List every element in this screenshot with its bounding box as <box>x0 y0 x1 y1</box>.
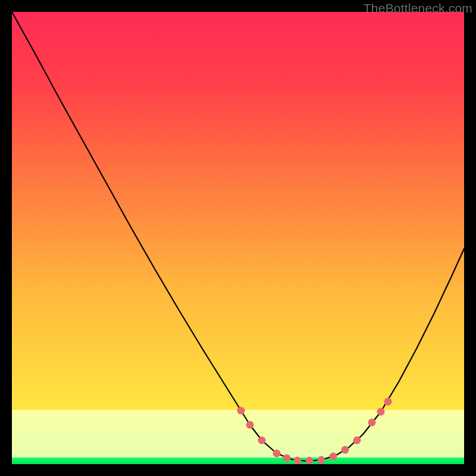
curve-marker <box>283 455 291 462</box>
curve-marker <box>368 419 376 427</box>
curve-marker <box>237 407 245 415</box>
curve-marker <box>342 446 349 454</box>
curve-marker <box>377 408 385 416</box>
curve-marker <box>294 457 302 465</box>
curve-marker <box>318 456 325 464</box>
watermark-text: TheBottleneck.com <box>364 1 472 15</box>
curve-marker <box>246 421 254 429</box>
curve-marker <box>273 450 281 458</box>
curve-marker <box>258 437 266 444</box>
curve-markers <box>237 398 392 465</box>
curve-layer <box>12 12 464 464</box>
curve-marker <box>306 457 314 465</box>
chart-frame: TheBottleneck.com <box>0 0 476 476</box>
curve-marker <box>384 398 392 406</box>
bottleneck-curve <box>12 12 464 461</box>
curve-marker <box>353 437 361 444</box>
plot-area <box>12 12 464 464</box>
curve-marker <box>330 453 337 461</box>
